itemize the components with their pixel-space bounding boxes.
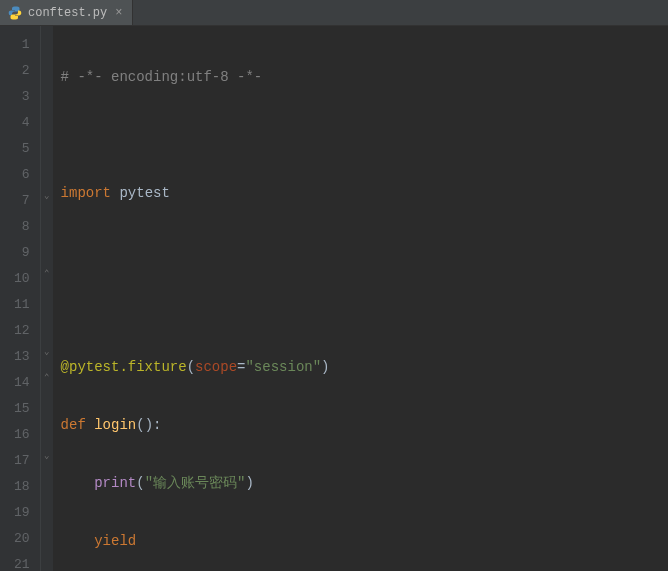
- line-number: 14: [14, 370, 30, 396]
- code-line: def login():: [61, 412, 668, 438]
- func-name: login: [94, 417, 136, 433]
- code-line: print("输入账号密码"): [61, 470, 668, 496]
- line-number: 9: [14, 240, 30, 266]
- code-line: @pytest.fixture(scope="session"): [61, 354, 668, 380]
- line-number: 5: [14, 136, 30, 162]
- code-line: import pytest: [61, 180, 668, 206]
- line-number: 11: [14, 292, 30, 318]
- keyword: yield: [94, 533, 136, 549]
- code-editor[interactable]: 123456789101112131415161718192021 ⌄⌃⌄⌃⌄ …: [0, 26, 668, 571]
- kwarg: scope: [195, 359, 237, 375]
- tab-conftest[interactable]: conftest.py ×: [0, 0, 133, 25]
- module-name: pytest: [119, 185, 169, 201]
- line-number: 3: [14, 84, 30, 110]
- line-number: 8: [14, 214, 30, 240]
- line-number: 2: [14, 58, 30, 84]
- code-line: [61, 296, 668, 322]
- code-line: # -*- encoding:utf-8 -*-: [61, 64, 668, 90]
- line-number: 20: [14, 526, 30, 552]
- line-number: 12: [14, 318, 30, 344]
- editor-tab-bar: conftest.py ×: [0, 0, 668, 26]
- string: "输入账号密码": [145, 475, 246, 491]
- line-number: 17: [14, 448, 30, 474]
- code-line: [61, 238, 668, 264]
- punct: (: [187, 359, 195, 375]
- close-icon[interactable]: ×: [113, 7, 124, 19]
- keyword: def: [61, 417, 95, 433]
- punct: ():: [136, 417, 161, 433]
- line-number: 4: [14, 110, 30, 136]
- string: "session": [245, 359, 321, 375]
- line-number: 19: [14, 500, 30, 526]
- punct: (: [136, 475, 144, 491]
- code-area[interactable]: # -*- encoding:utf-8 -*- import pytest @…: [53, 26, 668, 571]
- line-number: 13: [14, 344, 30, 370]
- line-number: 21: [14, 552, 30, 571]
- fold-toggle-icon[interactable]: ⌃: [42, 372, 52, 382]
- python-file-icon: [8, 6, 22, 20]
- punct: ): [321, 359, 329, 375]
- fold-column: ⌄⌃⌄⌃⌄: [41, 26, 53, 571]
- fold-toggle-icon[interactable]: ⌄: [42, 190, 52, 200]
- line-number: 6: [14, 162, 30, 188]
- line-number: 10: [14, 266, 30, 292]
- builtin: print: [94, 475, 136, 491]
- keyword: import: [61, 185, 120, 201]
- fold-toggle-icon[interactable]: ⌄: [42, 346, 52, 356]
- line-number: 1: [14, 32, 30, 58]
- tab-label: conftest.py: [28, 6, 107, 20]
- line-number: 15: [14, 396, 30, 422]
- line-number-gutter: 123456789101112131415161718192021: [0, 26, 41, 571]
- fold-toggle-icon[interactable]: ⌄: [42, 450, 52, 460]
- code-line: [61, 122, 668, 148]
- code-line: yield: [61, 528, 668, 554]
- decorator: @pytest.fixture: [61, 359, 187, 375]
- fold-toggle-icon[interactable]: ⌃: [42, 268, 52, 278]
- line-number: 16: [14, 422, 30, 448]
- line-number: 18: [14, 474, 30, 500]
- line-number: 7: [14, 188, 30, 214]
- punct: ): [245, 475, 253, 491]
- comment: # -*- encoding:utf-8 -*-: [61, 69, 263, 85]
